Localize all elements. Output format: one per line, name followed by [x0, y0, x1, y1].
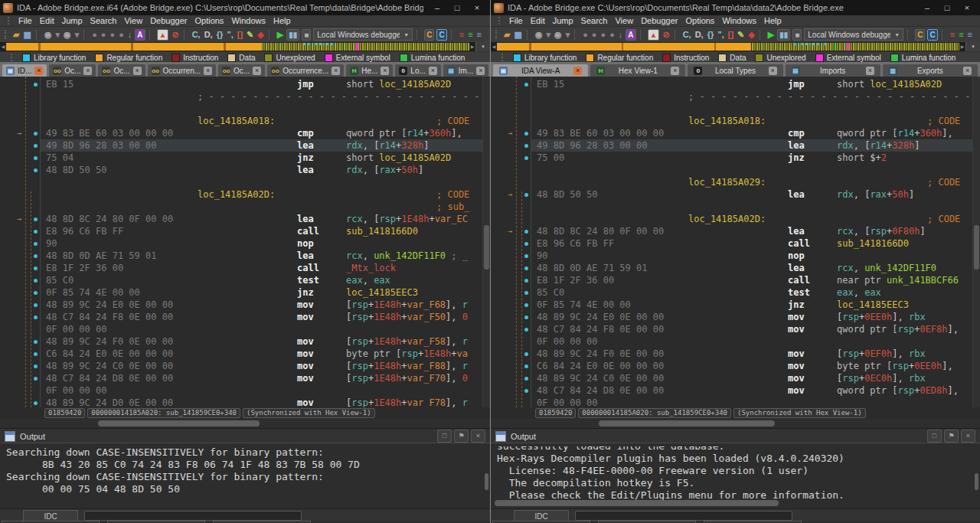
quick-view-c-icon[interactable]: C	[915, 29, 925, 41]
disasm-line[interactable]: 48 C7 84 24 D8 0E 00 00movqword ptr [rsp…	[491, 384, 972, 397]
disasm-line[interactable]: 75 00jnzshort $+2	[491, 152, 972, 164]
output-console[interactable]: Searching down CASE-INSENSITIVELY for bi…	[0, 443, 490, 508]
disasm-bytes[interactable]: 0F 00 00 00	[0, 384, 482, 397]
tab-oc-[interactable]: ooOc...×	[218, 64, 265, 77]
no-type-icon[interactable]: ⊘	[171, 30, 179, 40]
tab-close-icon[interactable]: ×	[34, 67, 43, 75]
tab-close-icon[interactable]: ×	[429, 67, 437, 75]
disasm-line[interactable]: 48 89 9C 24 E0 0E 00 00mov[rsp+1E48h+var…	[0, 299, 482, 311]
text-view-icon[interactable]: A	[626, 29, 635, 41]
tab-oc-[interactable]: ooOc...×	[98, 64, 145, 77]
disasm-line[interactable]: 48 89 9C 24 F0 0E 00 00mov[rsp+1E48h+var…	[0, 335, 482, 348]
braces-icon[interactable]: {}	[707, 30, 715, 40]
output-pane-header[interactable]: Output □⚑×	[0, 428, 490, 443]
nav-back-icon[interactable]: ●	[582, 30, 589, 40]
menu-jump[interactable]: Jump	[58, 16, 87, 26]
down-arrow-icon[interactable]: ↓	[618, 30, 624, 40]
disasm-line[interactable]: 48 C7 84 24 F8 0E 00 00movqword ptr [rsp…	[491, 323, 972, 335]
disasm-blank[interactable]	[491, 164, 972, 176]
disasm-blank[interactable]	[0, 103, 482, 115]
functions-list-icon[interactable]: ≡	[949, 30, 956, 40]
tab-close-icon[interactable]: ×	[963, 67, 972, 75]
disasm-bytes[interactable]: 0F 00 00 00	[0, 323, 482, 335]
jump-name-icon[interactable]: ◉	[554, 30, 563, 40]
disasm-line[interactable]: →48 8D 8C 24 80 0F 00 00learcx, [rsp+0F8…	[491, 225, 972, 237]
navband-left-arrow-icon[interactable]: ◀	[0, 42, 6, 51]
tab-he-[interactable]: HHe...×	[346, 64, 393, 77]
menu-file[interactable]: File	[15, 16, 36, 26]
debugger-selector[interactable]: Local Windows debugge▼	[804, 28, 903, 41]
disasm-line[interactable]: →48 8D 8C 24 80 0F 00 00learcx, [rsp+1E4…	[0, 213, 482, 225]
disasm-line[interactable]: E8 96 C6 FB FFcallsub_1418166D0	[0, 225, 482, 237]
tab-close-icon[interactable]: ×	[133, 67, 142, 75]
navigation-band[interactable]: ◀ ▶ ▼	[491, 42, 980, 51]
idc-input[interactable]	[575, 511, 792, 521]
menu-edit[interactable]: Edit	[36, 16, 58, 26]
nav-forward-icon[interactable]: ●	[100, 30, 107, 40]
close-button[interactable]: ×	[467, 0, 487, 15]
disasm-label[interactable]: loc_14185A02D:; CODE	[0, 188, 482, 201]
menu-file[interactable]: File	[505, 16, 527, 26]
disasm-line[interactable]: EB 15jmpshort loc_14185A02D	[491, 78, 972, 90]
hscroll-thumb[interactable]	[98, 420, 260, 427]
disasm-line[interactable]: 75 04jnzshort loc_14185A02D	[0, 152, 482, 164]
output-pane-header[interactable]: Output □⚑×	[491, 428, 980, 443]
disasm-line[interactable]: 48 8D 0D AE 71 59 01learcx, unk_142DF11F…	[491, 262, 972, 274]
vscroll-thumb[interactable]	[974, 225, 979, 270]
restore-pane-button[interactable]: □	[437, 430, 452, 443]
disasm-label[interactable]: loc_14185A029:; CODE	[491, 176, 972, 188]
menu-help[interactable]: Help	[270, 16, 295, 26]
disasm-line[interactable]: 0F 85 74 4E 00 00jnzloc_14185EEC3	[491, 299, 972, 311]
bookmark-icon[interactable]: ▲	[648, 29, 660, 41]
save-file-icon[interactable]: ▦	[513, 30, 522, 40]
disasm-label[interactable]: loc_14185A018:; CODE	[491, 115, 972, 127]
disasm-line[interactable]: 48 89 9C 24 F0 0E 00 00mov[rsp+0EF0h], r…	[491, 348, 972, 360]
disasm-line[interactable]: 48 89 9C 24 C0 0E 00 00mov[rsp+1E48h+var…	[0, 360, 482, 372]
tab-imports[interactable]: ▤Imports×	[786, 64, 880, 77]
struct-d-icon[interactable]: D,	[694, 30, 704, 40]
braces-icon[interactable]: {}	[216, 30, 224, 40]
disasm-line[interactable]: →49 83 BE 60 03 00 00 00cmpqword ptr [r1…	[0, 127, 482, 139]
jump-name-arrow-icon[interactable]: ▾	[74, 30, 80, 40]
menu-windows[interactable]: Windows	[227, 16, 270, 26]
disasm-line[interactable]: 48 8D 50 50leardx, [rax+50h]	[0, 164, 482, 176]
navigation-band[interactable]: ◀ ▶ ▼	[0, 42, 490, 51]
menu-jump[interactable]: Jump	[549, 16, 577, 26]
nav-back-icon[interactable]: ●	[91, 30, 98, 40]
segments-list-icon[interactable]: ≡	[967, 30, 973, 40]
output-console[interactable]: successfully loaded into the database. H…	[491, 443, 980, 508]
disasm-hscrollbar[interactable]	[0, 419, 490, 428]
menu-view[interactable]: View	[120, 16, 146, 26]
struct-d-icon[interactable]: D,	[204, 30, 214, 40]
navband-colorbar[interactable]	[497, 43, 959, 51]
disasm-bytes[interactable]: 0F 00 00 00	[491, 397, 972, 407]
save-file-icon[interactable]: ▦	[22, 30, 31, 40]
text-view-icon[interactable]: A	[135, 29, 145, 41]
disasm-bytes[interactable]: 0F 00 00 00	[491, 335, 972, 348]
tab-local-types[interactable]: 0Local Types×	[688, 64, 782, 77]
disasm-line[interactable]: 49 8D 96 28 03 00 00leardx, [r14+328h]	[0, 139, 482, 152]
tab-lo-[interactable]: 0Lo...×	[395, 64, 440, 77]
close-button[interactable]: ×	[957, 0, 977, 15]
disasm-line[interactable]: E8 1F 2F 36 00callnear ptr unk_141BBCF66	[491, 274, 972, 286]
tab-im-[interactable]: ▤Im...×	[443, 64, 488, 77]
jump-location-icon[interactable]: ◉	[44, 30, 53, 40]
disasm-line[interactable]: →48 8D 50 50leardx, [rax+50h]	[491, 188, 972, 201]
tab-exports[interactable]: ▥Exports×	[883, 64, 978, 77]
menu-options[interactable]: Options	[681, 16, 718, 26]
disasm-divider[interactable]: ; - - - - - - - - - - - - - - - - - - - …	[0, 90, 482, 103]
tab-close-icon[interactable]: ×	[866, 67, 874, 75]
pseudocode-c-icon[interactable]: C	[927, 29, 937, 41]
tab-close-icon[interactable]: ×	[204, 67, 212, 75]
minimize-button[interactable]: –	[917, 0, 937, 15]
strings-list-icon[interactable]: ≡	[958, 30, 964, 40]
disasm-blank[interactable]	[491, 201, 972, 213]
disasm-line[interactable]: 90nop	[491, 250, 972, 262]
nav-jump-icon[interactable]: ●	[609, 30, 616, 40]
disasm-cmt2[interactable]: ; sub_	[0, 201, 482, 213]
tab-occurren-[interactable]: ooOccurren...×	[148, 64, 216, 77]
disasm-line[interactable]: 48 C7 84 24 D8 0E 00 00mov[rsp+1E48h+var…	[0, 372, 482, 384]
nav-history-icon[interactable]: ●	[109, 30, 116, 40]
titlebar[interactable]: IDA - Adobe Bridge.exe.i64 (Adobe Bridge…	[0, 0, 490, 15]
menu-debugger[interactable]: Debugger	[146, 16, 191, 26]
